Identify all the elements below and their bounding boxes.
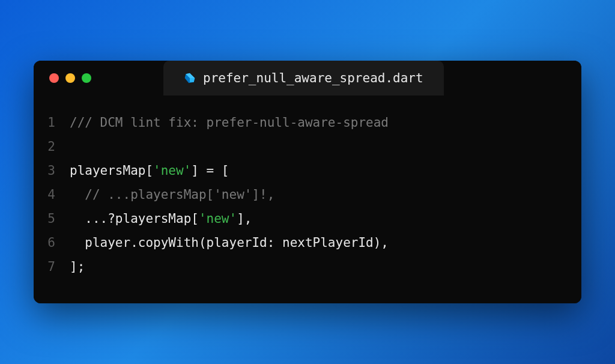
code-content: ]; [70, 255, 85, 279]
titlebar: prefer_null_aware_spread.dart [34, 61, 581, 96]
code-line: 3playersMap['new'] = [ [46, 159, 569, 183]
code-token: ], [237, 211, 252, 226]
code-content: // ...playersMap['new']!, [70, 183, 274, 207]
code-line: 5 ...?playersMap['new'], [46, 207, 569, 231]
code-line: 4 // ...playersMap['new']!, [46, 183, 569, 207]
maximize-button[interactable] [82, 73, 91, 83]
code-line: 7]; [46, 255, 569, 279]
line-number: 2 [46, 135, 70, 159]
code-token: 'new' [153, 163, 191, 178]
file-tab[interactable]: prefer_null_aware_spread.dart [163, 61, 444, 96]
line-number: 5 [46, 207, 70, 231]
code-token: ]; [70, 259, 85, 274]
line-number: 1 [46, 111, 70, 135]
editor-window: prefer_null_aware_spread.dart 1/// DCM l… [34, 61, 581, 303]
code-token: ] = [ [191, 163, 229, 178]
code-token: // ...playersMap['new']!, [85, 187, 274, 202]
window-controls [34, 73, 91, 83]
line-number: 6 [46, 231, 70, 255]
code-content: /// DCM lint fix: prefer-null-aware-spre… [70, 111, 389, 135]
code-token: playersMap[ [70, 163, 153, 178]
code-token: ...?playersMap[ [70, 211, 199, 226]
close-button[interactable] [49, 73, 59, 83]
code-token: 'new' [199, 211, 237, 226]
code-token: /// DCM lint fix: prefer-null-aware-spre… [70, 115, 389, 130]
code-token: player.copyWith(playerId: nextPlayerId), [70, 235, 389, 250]
line-number: 7 [46, 255, 70, 279]
code-editor[interactable]: 1/// DCM lint fix: prefer-null-aware-spr… [34, 96, 581, 303]
code-line: 6 player.copyWith(playerId: nextPlayerId… [46, 231, 569, 255]
minimize-button[interactable] [65, 73, 75, 83]
tab-filename: prefer_null_aware_spread.dart [203, 71, 423, 85]
code-token [70, 187, 85, 202]
code-content: playersMap['new'] = [ [70, 159, 229, 183]
code-content: ...?playersMap['new'], [70, 207, 252, 231]
code-line: 1/// DCM lint fix: prefer-null-aware-spr… [46, 111, 569, 135]
code-line: 2 [46, 135, 569, 159]
dart-icon [184, 72, 196, 84]
line-number: 4 [46, 183, 70, 207]
line-number: 3 [46, 159, 70, 183]
code-content: player.copyWith(playerId: nextPlayerId), [70, 231, 389, 255]
